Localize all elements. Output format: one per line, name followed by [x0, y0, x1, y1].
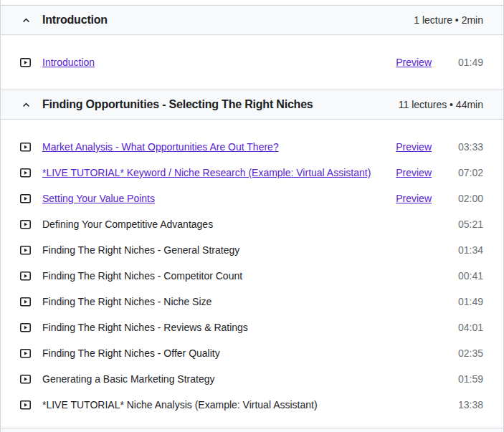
video-play-icon	[19, 57, 32, 69]
lecture-title[interactable]: Introduction	[42, 57, 396, 68]
lecture-title: Finding The Right Niches - Niche Size	[42, 296, 432, 307]
lecture-title: Finding The Right Niches - Competitor Co…	[42, 270, 432, 282]
lecture-row: Finding The Right Niches - Reviews & Rat…	[1, 315, 503, 340]
section-header[interactable]: Introduction 1 lecture • 2min	[1, 5, 503, 35]
next-section-header-partial	[1, 428, 503, 432]
video-play-icon	[19, 399, 32, 411]
lecture-duration: 01:59	[453, 373, 483, 385]
lecture-row: *LIVE TUTORIAL* Keyword / Niche Research…	[1, 160, 503, 186]
lecture-row: Defining Your Competitive Advantages 05:…	[1, 211, 503, 237]
section-meta: 1 lecture • 2min	[414, 14, 483, 26]
video-play-icon	[19, 270, 32, 282]
lecture-title: Finding The Right Niches - Reviews & Rat…	[42, 322, 432, 333]
lecture-duration: 01:49	[453, 57, 483, 68]
lecture-duration: 07:02	[453, 167, 483, 178]
lecture-row: Setting Your Value Points Preview 02:00	[1, 186, 503, 211]
lecture-title: Finding The Right Niches - Offer Quality	[42, 347, 432, 359]
video-play-icon	[19, 244, 32, 256]
curriculum-section: Introduction 1 lecture • 2min Introducti…	[1, 5, 503, 90]
video-play-icon	[19, 167, 32, 179]
lecture-title[interactable]: *LIVE TUTORIAL* Keyword / Niche Research…	[42, 167, 396, 178]
preview-link[interactable]: Preview	[396, 167, 432, 178]
video-play-icon	[19, 141, 32, 153]
preview-link[interactable]: Preview	[396, 141, 432, 153]
video-play-icon	[19, 296, 32, 308]
lecture-title[interactable]: Setting Your Value Points	[42, 193, 396, 204]
curriculum-section: Finding Opportunities - Selecting The Ri…	[1, 90, 503, 428]
lecture-row: Generating a Basic Marketing Strategy 01…	[1, 366, 503, 392]
video-play-icon	[19, 347, 32, 360]
section-meta: 11 lectures • 44min	[399, 99, 483, 110]
lecture-title: *LIVE TUTORIAL* Niche Analysis (Example:…	[42, 399, 432, 411]
lecture-row: Finding The Right Niches - Niche Size 01…	[1, 289, 503, 315]
lecture-title: Defining Your Competitive Advantages	[42, 219, 432, 230]
lecture-duration: 02:35	[453, 347, 483, 359]
lecture-row: Finding The Right Niches - Offer Quality…	[1, 340, 503, 366]
lecture-title[interactable]: Market Analysis - What Opportunities Are…	[42, 141, 396, 153]
lecture-row: Finding The Right Niches - General Strat…	[1, 237, 503, 263]
lecture-duration: 01:49	[453, 296, 483, 307]
lecture-duration: 01:34	[453, 244, 483, 256]
lecture-duration: 05:21	[453, 219, 483, 230]
lecture-row: Introduction Preview 01:49	[1, 49, 503, 75]
lecture-list: Introduction Preview 01:49	[1, 35, 503, 90]
section-header[interactable]: Finding Opportunities - Selecting The Ri…	[1, 90, 503, 120]
video-play-icon	[19, 193, 32, 205]
lecture-row: Finding The Right Niches - Competitor Co…	[1, 263, 503, 289]
top-spacer	[1, 0, 503, 5]
lecture-duration: 02:00	[453, 193, 483, 204]
curriculum-panel: Introduction 1 lecture • 2min Introducti…	[0, 0, 504, 432]
lecture-title: Generating a Basic Marketing Strategy	[42, 373, 432, 385]
lecture-duration: 04:01	[453, 322, 483, 333]
section-title: Introduction	[42, 14, 414, 27]
lecture-duration: 03:33	[453, 141, 483, 153]
lecture-duration: 00:41	[453, 270, 483, 282]
section-title: Finding Opportunities - Selecting The Ri…	[42, 98, 399, 111]
video-play-icon	[19, 219, 32, 231]
lecture-title: Finding The Right Niches - General Strat…	[42, 244, 432, 256]
video-play-icon	[19, 322, 32, 334]
chevron-up-icon	[20, 14, 32, 26]
video-play-icon	[19, 373, 32, 385]
lecture-list: Market Analysis - What Opportunities Are…	[1, 120, 503, 428]
lecture-row: Market Analysis - What Opportunities Are…	[1, 134, 503, 160]
lecture-row: *LIVE TUTORIAL* Niche Analysis (Example:…	[1, 392, 503, 418]
curriculum-sections: Introduction 1 lecture • 2min Introducti…	[1, 5, 503, 428]
preview-link[interactable]: Preview	[396, 193, 432, 204]
preview-link[interactable]: Preview	[396, 57, 432, 68]
chevron-up-icon	[20, 99, 32, 110]
lecture-duration: 13:38	[453, 399, 483, 411]
